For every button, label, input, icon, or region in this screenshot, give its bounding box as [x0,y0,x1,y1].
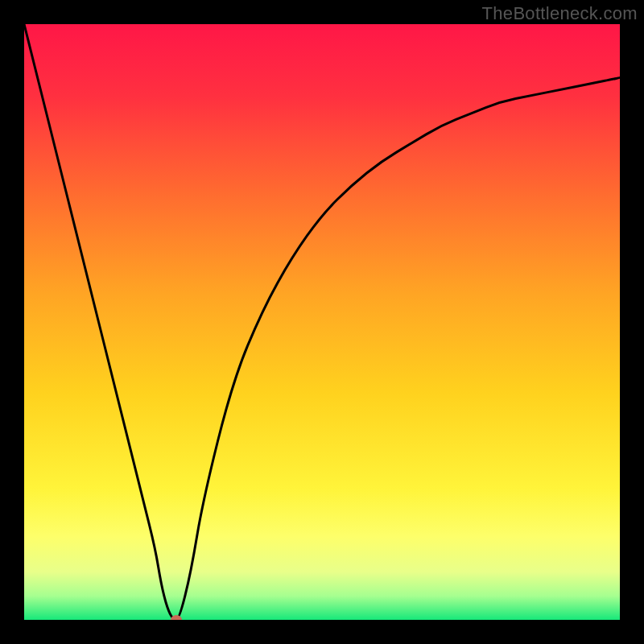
watermark-text: TheBottleneck.com [482,3,638,24]
optimal-point-marker [171,615,182,620]
plot-area [24,24,620,620]
bottleneck-curve [24,24,620,620]
chart-frame: TheBottleneck.com [0,0,644,644]
